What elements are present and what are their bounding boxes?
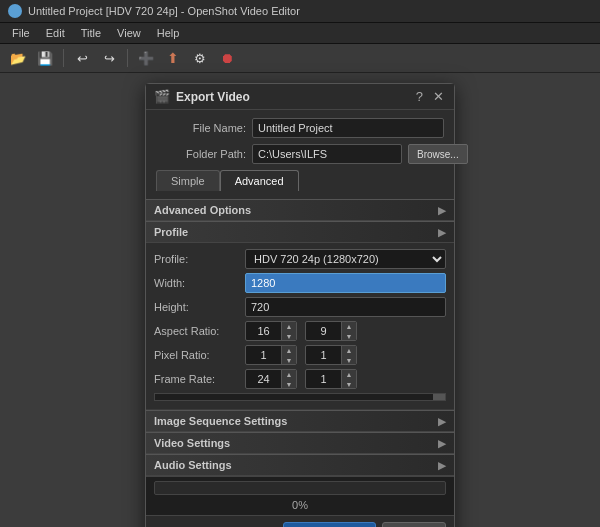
frame-rate-num-down[interactable]: ▼ [282, 379, 296, 389]
frame-rate-den-input[interactable] [306, 370, 341, 388]
width-row: Width: [154, 273, 446, 293]
profile-header[interactable]: Profile ▶ [146, 221, 454, 243]
aspect-ratio-den-arrows: ▲ ▼ [341, 321, 356, 341]
toolbar-add-btn[interactable]: ➕ [134, 47, 158, 69]
frame-rate-den-down[interactable]: ▼ [342, 379, 356, 389]
frame-rate-den-arrows: ▲ ▼ [341, 369, 356, 389]
aspect-ratio-den-box: ▲ ▼ [305, 321, 357, 341]
export-video-button[interactable]: Export Video [283, 522, 376, 527]
advanced-options-header[interactable]: Advanced Options ▶ [146, 199, 454, 221]
pixel-ratio-row: Pixel Ratio: ▲ ▼ ▲ ▼ [154, 345, 446, 365]
aspect-ratio-row: Aspect Ratio: ▲ ▼ ▲ ▼ [154, 321, 446, 341]
menu-help[interactable]: Help [149, 25, 188, 41]
dialog-controls: ? ✕ [414, 89, 446, 104]
scrollbar-thumb [433, 394, 445, 401]
profile-arrow: ▶ [438, 227, 446, 238]
pixel-ratio-spinner: ▲ ▼ ▲ ▼ [245, 345, 357, 365]
dialog-content: File Name: Folder Path: Browse... Simple… [146, 110, 454, 199]
aspect-ratio-den-up[interactable]: ▲ [342, 321, 356, 331]
profile-scrollbar[interactable] [154, 393, 446, 401]
dialog-close-btn[interactable]: ✕ [431, 89, 446, 104]
export-dialog: 🎬 Export Video ? ✕ File Name: Folder Pat… [145, 83, 455, 527]
frame-rate-num-arrows: ▲ ▼ [281, 369, 296, 389]
height-row: Height: 720 [154, 297, 446, 317]
toolbar-record-btn[interactable]: ⏺ [215, 47, 239, 69]
width-input[interactable] [245, 273, 446, 293]
audio-settings-header[interactable]: Audio Settings ▶ [146, 454, 454, 476]
frame-rate-row: Frame Rate: ▲ ▼ ▲ ▼ [154, 369, 446, 389]
pixel-ratio-num-arrows: ▲ ▼ [281, 345, 296, 365]
file-name-label: File Name: [156, 122, 246, 134]
profile-select[interactable]: HDV 720 24p (1280x720) [245, 249, 446, 269]
dialog-title: Export Video [176, 90, 408, 104]
pixel-ratio-den-box: ▲ ▼ [305, 345, 357, 365]
height-label: Height: [154, 301, 239, 313]
menu-title[interactable]: Title [73, 25, 109, 41]
toolbar-redo-btn[interactable]: ↪ [97, 47, 121, 69]
app-icon [8, 4, 22, 18]
pixel-ratio-num-box: ▲ ▼ [245, 345, 297, 365]
file-name-input[interactable] [252, 118, 444, 138]
toolbar-undo-btn[interactable]: ↩ [70, 47, 94, 69]
aspect-ratio-den-input[interactable] [306, 322, 341, 340]
progress-area: 0% [146, 476, 454, 515]
toolbar-settings-btn[interactable]: ⚙ [188, 47, 212, 69]
menu-edit[interactable]: Edit [38, 25, 73, 41]
image-sequence-header[interactable]: Image Sequence Settings ▶ [146, 410, 454, 432]
menu-view[interactable]: View [109, 25, 149, 41]
frame-rate-den-up[interactable]: ▲ [342, 369, 356, 379]
dialog-buttons: Export Video Cancel [146, 515, 454, 527]
frame-rate-den-box: ▲ ▼ [305, 369, 357, 389]
aspect-ratio-num-box: ▲ ▼ [245, 321, 297, 341]
dialog-area: 🎬 Export Video ? ✕ File Name: Folder Pat… [0, 73, 600, 527]
video-settings-label: Video Settings [154, 437, 230, 449]
aspect-ratio-num-down[interactable]: ▼ [282, 331, 296, 341]
toolbar-export-btn[interactable]: ⬆ [161, 47, 185, 69]
audio-settings-label: Audio Settings [154, 459, 232, 471]
pixel-ratio-num-input[interactable] [246, 346, 281, 364]
aspect-ratio-num-up[interactable]: ▲ [282, 321, 296, 331]
aspect-ratio-den-down[interactable]: ▼ [342, 331, 356, 341]
audio-settings-arrow: ▶ [438, 460, 446, 471]
advanced-options-arrow: ▶ [438, 205, 446, 216]
pixel-ratio-label: Pixel Ratio: [154, 349, 239, 361]
toolbar-save-btn[interactable]: 💾 [33, 47, 57, 69]
frame-rate-num-input[interactable] [246, 370, 281, 388]
folder-path-label: Folder Path: [156, 148, 246, 160]
folder-path-input[interactable] [252, 144, 402, 164]
aspect-ratio-spinner: ▲ ▼ ▲ ▼ [245, 321, 357, 341]
frame-rate-num-up[interactable]: ▲ [282, 369, 296, 379]
browse-button[interactable]: Browse... [408, 144, 468, 164]
pixel-ratio-num-down[interactable]: ▼ [282, 355, 296, 365]
aspect-ratio-num-input[interactable] [246, 322, 281, 340]
pixel-ratio-num-up[interactable]: ▲ [282, 345, 296, 355]
tab-advanced[interactable]: Advanced [220, 170, 299, 191]
frame-rate-num-box: ▲ ▼ [245, 369, 297, 389]
frame-rate-spinner: ▲ ▼ ▲ ▼ [245, 369, 357, 389]
toolbar-separator-1 [63, 49, 64, 67]
toolbar: 📂 💾 ↩ ↪ ➕ ⬆ ⚙ ⏺ [0, 44, 600, 73]
pixel-ratio-den-down[interactable]: ▼ [342, 355, 356, 365]
pixel-ratio-den-up[interactable]: ▲ [342, 345, 356, 355]
width-label: Width: [154, 277, 239, 289]
aspect-ratio-num-arrows: ▲ ▼ [281, 321, 296, 341]
progress-text: 0% [154, 499, 446, 511]
cancel-button[interactable]: Cancel [382, 522, 446, 527]
aspect-ratio-label: Aspect Ratio: [154, 325, 239, 337]
dialog-help-btn[interactable]: ? [414, 89, 425, 104]
menu-file[interactable]: File [4, 25, 38, 41]
toolbar-open-btn[interactable]: 📂 [6, 47, 30, 69]
profile-field-label: Profile: [154, 253, 239, 265]
menu-bar: File Edit Title View Help [0, 23, 600, 44]
pixel-ratio-den-arrows: ▲ ▼ [341, 345, 356, 365]
tabs: Simple Advanced [156, 170, 444, 191]
video-settings-arrow: ▶ [438, 438, 446, 449]
image-sequence-label: Image Sequence Settings [154, 415, 287, 427]
pixel-ratio-den-input[interactable] [306, 346, 341, 364]
profile-section: Profile: HDV 720 24p (1280x720) Width: H… [146, 243, 454, 410]
advanced-options-label: Advanced Options [154, 204, 251, 216]
window-title: Untitled Project [HDV 720 24p] - OpenSho… [28, 5, 300, 17]
video-settings-header[interactable]: Video Settings ▶ [146, 432, 454, 454]
dialog-title-icon: 🎬 [154, 89, 170, 104]
tab-simple[interactable]: Simple [156, 170, 220, 191]
